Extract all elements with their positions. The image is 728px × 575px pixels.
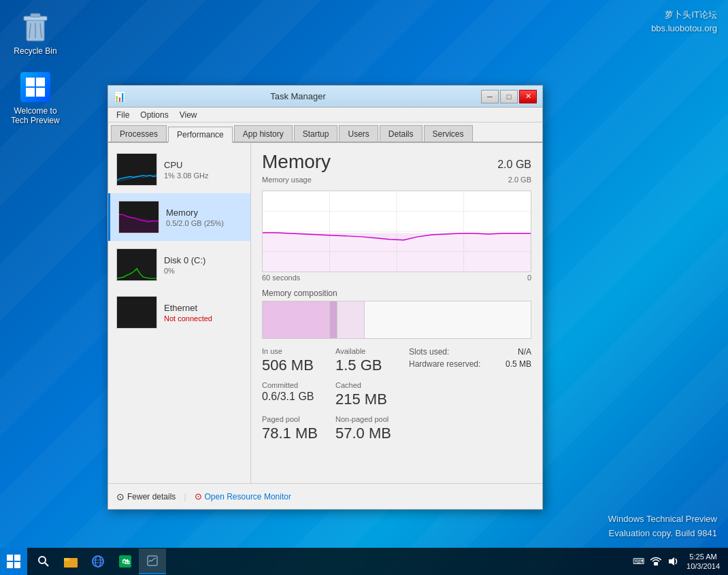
main-content: CPU 1% 3.08 GHz Memory 0.5/2.0 GB (2 xyxy=(108,143,542,483)
win-preview-line1: Windows Technical Preview xyxy=(608,512,717,527)
recycle-bin-graphic xyxy=(19,11,52,44)
tab-users[interactable]: Users xyxy=(339,125,378,142)
start-button[interactable] xyxy=(0,548,27,575)
tab-details[interactable]: Details xyxy=(380,125,423,142)
minimize-button[interactable]: ─ xyxy=(481,90,499,103)
slots-used-value: N/A xyxy=(518,347,531,357)
file-menu[interactable]: File xyxy=(111,109,135,121)
clock-time: 5:25 AM xyxy=(689,552,716,561)
cached-label: Cached xyxy=(335,381,395,389)
tab-processes[interactable]: Processes xyxy=(111,125,167,142)
welcome-graphic xyxy=(19,71,52,103)
sidebar-cpu[interactable]: CPU 1% 3.08 GHz xyxy=(108,146,250,193)
tab-performance[interactable]: Performance xyxy=(168,127,233,143)
fewer-details-label: Fewer details xyxy=(127,492,176,502)
win-preview-text: Windows Technical Preview Evaluation cop… xyxy=(608,512,717,541)
search-taskbar-icon[interactable] xyxy=(30,548,57,575)
view-menu[interactable]: View xyxy=(174,109,203,121)
keyboard-layout-icon[interactable]: ⌨ xyxy=(631,548,646,575)
open-resource-monitor-button[interactable]: ⊙ Open Resource Monitor xyxy=(195,491,291,502)
file-explorer-taskbar-icon[interactable] xyxy=(57,548,84,575)
network-icon[interactable] xyxy=(648,548,663,575)
memory-detail-panel: Memory 2.0 GB Memory usage 2.0 GB xyxy=(251,143,542,483)
memory-usage-chart xyxy=(262,191,531,272)
hw-reserved-label: Hardware reserved: xyxy=(409,359,480,369)
recycle-bin-label: Recycle Bin xyxy=(14,46,56,56)
stat-available: Available 1.5 GB xyxy=(335,347,395,374)
svg-rect-23 xyxy=(64,558,69,561)
tab-services[interactable]: Services xyxy=(424,125,473,142)
welcome-label: Welcome to Tech Preview xyxy=(11,106,59,126)
svg-rect-7 xyxy=(36,78,45,86)
in-use-value: 506 MB xyxy=(262,357,322,374)
slots-used-row: Slots used: N/A xyxy=(409,347,531,357)
slots-used-label: Slots used: xyxy=(409,347,449,357)
clock[interactable]: 5:25 AM 10/3/2014 xyxy=(684,552,723,572)
stat-non-paged-pool: Non-paged pool 57.0 MB xyxy=(335,415,395,442)
chart-label: Memory usage xyxy=(262,176,312,184)
stat-in-use: In use 506 MB xyxy=(262,347,322,374)
stat-paged-pool: Paged pool 78.1 MB xyxy=(262,415,322,442)
windows-logo-icon xyxy=(7,555,20,568)
stats-left: In use 506 MB Available 1.5 GB Committed… xyxy=(262,347,395,442)
disk-subtitle: 0% xyxy=(164,267,242,275)
welcome-icon[interactable]: Welcome to Tech Preview xyxy=(8,68,63,129)
chart-label-bottom: 60 seconds 0 xyxy=(262,274,531,282)
comp-standby xyxy=(337,301,364,338)
options-menu[interactable]: Options xyxy=(135,109,173,121)
disk-mini-graph xyxy=(116,248,157,281)
task-manager-taskbar-item[interactable] xyxy=(139,548,166,574)
taskbar: 🛍 ⌨ xyxy=(0,548,728,575)
in-use-label: In use xyxy=(262,347,322,355)
cpu-subtitle: 1% 3.08 GHz xyxy=(164,171,242,180)
hw-reserved-value: 0.5 MB xyxy=(506,359,531,369)
tab-app-history[interactable]: App history xyxy=(234,125,293,142)
svg-point-25 xyxy=(95,556,101,567)
svg-rect-6 xyxy=(26,78,35,86)
ethernet-mini-graph xyxy=(116,296,157,329)
store-taskbar-icon[interactable]: 🛍 xyxy=(112,548,139,575)
fewer-details-icon: ⊙ xyxy=(116,491,125,502)
memory-info: Memory 0.5/2.0 GB (25%) xyxy=(166,208,242,227)
performance-sidebar: CPU 1% 3.08 GHz Memory 0.5/2.0 GB (2 xyxy=(108,143,251,483)
chart-time: 60 seconds xyxy=(262,274,300,282)
bottom-bar: ⊙ Fewer details | ⊙ Open Resource Monito… xyxy=(108,483,542,509)
ie-taskbar-icon[interactable] xyxy=(84,548,112,575)
comp-in-use xyxy=(263,301,330,338)
volume-icon[interactable] xyxy=(666,548,681,575)
stat-committed: Committed 0.6/3.1 GB xyxy=(262,381,322,408)
task-manager-window: 📊 Task Manager ─ □ ✕ File Options View P… xyxy=(107,85,543,510)
stat-cached: Cached 215 MB xyxy=(335,381,395,408)
svg-rect-19 xyxy=(14,562,20,568)
svg-rect-8 xyxy=(26,88,35,97)
tab-bar: Processes Performance App history Startu… xyxy=(108,122,542,143)
comp-free xyxy=(365,301,531,338)
sidebar-memory[interactable]: Memory 0.5/2.0 GB (25%) xyxy=(108,193,250,241)
composition-bar xyxy=(262,301,531,339)
svg-rect-9 xyxy=(36,88,45,97)
recycle-bin-icon[interactable]: Recycle Bin xyxy=(8,8,63,59)
svg-line-33 xyxy=(152,559,153,561)
stats-section: In use 506 MB Available 1.5 GB Committed… xyxy=(262,347,531,442)
memory-label: Memory xyxy=(166,208,242,218)
tab-startup[interactable]: Startup xyxy=(294,125,338,142)
memory-mini-graph xyxy=(118,201,159,233)
memory-total: 2.0 GB xyxy=(497,159,531,171)
folder-icon xyxy=(64,555,78,568)
ethernet-label: Ethernet xyxy=(164,303,242,313)
svg-rect-35 xyxy=(654,562,658,565)
sidebar-disk[interactable]: Disk 0 (C:) 0% xyxy=(108,241,250,289)
svg-rect-16 xyxy=(7,555,13,561)
fewer-details-button[interactable]: ⊙ Fewer details xyxy=(116,491,176,502)
close-button[interactable]: ✕ xyxy=(519,90,537,103)
sidebar-ethernet[interactable]: Ethernet Not connected xyxy=(108,289,250,336)
task-manager-taskbar-icon xyxy=(147,555,158,566)
window-controls: ─ □ ✕ xyxy=(481,90,537,103)
taskbar-icons: 🛍 xyxy=(27,548,625,575)
menu-bar: File Options View xyxy=(108,108,542,122)
ethernet-subtitle: Not connected xyxy=(164,314,242,323)
cpu-info: CPU 1% 3.08 GHz xyxy=(164,160,242,180)
maximize-button[interactable]: □ xyxy=(500,90,518,103)
composition-label: Memory composition xyxy=(262,289,531,298)
volume-icon-svg xyxy=(668,557,679,566)
